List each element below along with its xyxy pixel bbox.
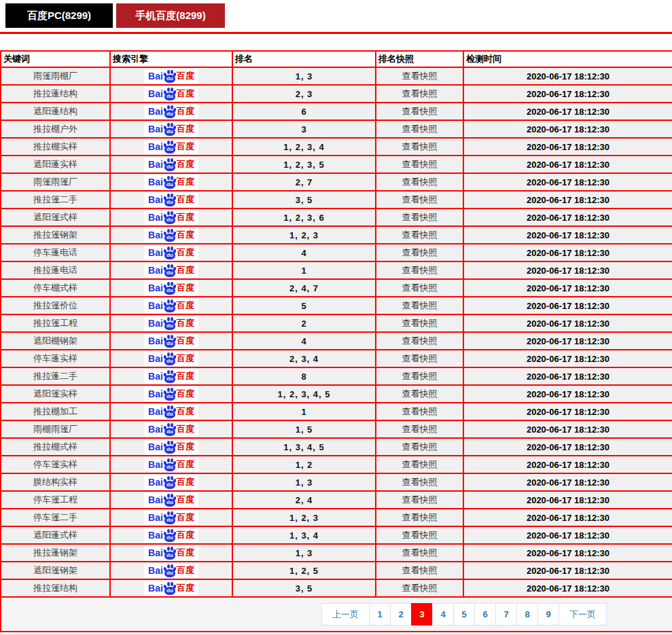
baidu-logo[interactable]: Bai du 百度 [144,581,198,596]
baidu-logo[interactable]: Bai du 百度 [144,140,198,154]
baidu-logo[interactable]: Bai du 百度 [144,493,198,507]
pagination-page-9[interactable]: 9 [537,603,559,625]
view-snapshot-link[interactable]: 查看快照 [402,194,438,204]
baidu-logo[interactable]: Bai du 百度 [144,405,198,419]
baidu-logo-cn-text: 百度 [177,141,194,153]
baidu-logo[interactable]: Bai du 百度 [144,564,198,578]
baidu-logo[interactable]: Bai du 百度 [144,334,198,348]
baidu-logo[interactable]: Bai du 百度 [144,175,198,189]
baidu-logo-cn-text: 百度 [177,247,194,259]
view-snapshot-link[interactable]: 查看快照 [402,477,438,487]
pagination-page-7[interactable]: 7 [495,603,517,625]
baidu-logo[interactable]: Bai du 百度 [144,475,198,490]
check-time-cell: 2020-06-17 18:12:30 [463,562,672,579]
check-time-cell: 2020-06-17 18:12:30 [463,138,672,156]
pagination-page-8[interactable]: 8 [516,603,538,625]
baidu-logo[interactable]: Bai du 百度 [144,511,198,525]
col-header-snapshot: 排名快照 [376,51,463,67]
view-snapshot-link[interactable]: 查看快照 [402,406,438,416]
baidu-paw-icon: du [164,282,176,295]
baidu-logo[interactable]: Bai du 百度 [144,422,198,437]
view-snapshot-link[interactable]: 查看快照 [402,353,438,363]
view-snapshot-link[interactable]: 查看快照 [402,300,438,310]
baidu-logo[interactable]: Bai du 百度 [144,122,198,137]
baidu-logo-bai-text: Bai [148,212,163,223]
engine-cell: Bai du 百度 [110,526,232,544]
baidu-logo[interactable]: Bai du 百度 [144,546,198,560]
baidu-logo[interactable]: Bai du 百度 [144,69,198,84]
view-snapshot-link[interactable]: 查看快照 [402,212,438,222]
check-time-cell: 2020-06-17 18:12:30 [463,491,672,509]
tab-baidu-mobile[interactable]: 手机百度(8299) [116,3,225,28]
view-snapshot-link[interactable]: 查看快照 [402,583,438,593]
view-snapshot-link[interactable]: 查看快照 [402,547,438,558]
engine-cell: Bai du 百度 [110,120,232,138]
pagination-page-3-active[interactable]: 3 [411,603,433,625]
view-snapshot-link[interactable]: 查看快照 [402,530,438,540]
pagination-next-button[interactable]: 下一页 [559,603,607,625]
ranking-cell: 1, 2, 3 [232,226,376,244]
view-snapshot-link[interactable]: 查看快照 [402,71,438,81]
pagination-page-1[interactable]: 1 [369,603,391,625]
baidu-logo[interactable]: Bai du 百度 [144,228,198,242]
pagination-page-6[interactable]: 6 [474,603,496,625]
view-snapshot-link[interactable]: 查看快照 [402,335,438,346]
snapshot-cell: 查看快照 [376,420,463,438]
baidu-logo[interactable]: Bai du 百度 [144,87,198,101]
baidu-logo[interactable]: Bai du 百度 [144,352,198,366]
snapshot-cell: 查看快照 [376,120,463,138]
baidu-logo-cn-text: 百度 [177,441,194,453]
view-snapshot-link[interactable]: 查看快照 [402,459,438,469]
engine-cell: Bai du 百度 [110,208,232,226]
engine-cell: Bai du 百度 [110,279,232,297]
view-snapshot-link[interactable]: 查看快照 [402,565,438,575]
baidu-logo[interactable]: Bai du 百度 [144,458,198,472]
view-snapshot-link[interactable]: 查看快照 [402,106,438,116]
pagination-page-4[interactable]: 4 [432,603,454,625]
view-snapshot-link[interactable]: 查看快照 [402,371,438,381]
baidu-logo[interactable]: Bai du 百度 [144,316,198,331]
view-snapshot-link[interactable]: 查看快照 [402,318,438,328]
baidu-logo-du-text: du [164,199,176,206]
view-snapshot-link[interactable]: 查看快照 [402,141,438,151]
baidu-logo[interactable]: Bai du 百度 [144,387,198,401]
snapshot-cell: 查看快照 [376,385,463,403]
check-time-cell: 2020-06-17 18:12:30 [463,544,672,562]
baidu-logo-bai-text: Bai [148,477,163,488]
view-snapshot-link[interactable]: 查看快照 [402,177,438,187]
view-snapshot-link[interactable]: 查看快照 [402,230,438,240]
view-snapshot-link[interactable]: 查看快照 [402,494,438,505]
ranking-cell: 2 [232,314,376,332]
view-snapshot-link[interactable]: 查看快照 [402,512,438,522]
baidu-logo[interactable]: Bai du 百度 [144,369,198,384]
pagination-prev-button[interactable]: 上一页 [321,603,370,625]
view-snapshot-link[interactable]: 查看快照 [402,424,438,434]
view-snapshot-link[interactable]: 查看快照 [402,388,438,399]
baidu-logo[interactable]: Bai du 百度 [144,246,198,260]
tab-baidu-pc[interactable]: 百度PC(8299) [5,3,113,28]
baidu-logo[interactable]: Bai du 百度 [144,281,198,295]
pagination-page-2[interactable]: 2 [390,603,412,625]
check-time-cell: 2020-06-17 18:12:30 [463,367,672,385]
baidu-logo[interactable]: Bai du 百度 [144,193,198,207]
view-snapshot-link[interactable]: 查看快照 [402,283,438,293]
baidu-logo-bai-text: Bai [148,141,163,152]
view-snapshot-link[interactable]: 查看快照 [402,88,438,98]
pagination-page-5[interactable]: 5 [453,603,475,625]
engine-cell: Bai du 百度 [110,579,232,597]
baidu-logo-cn-text: 百度 [177,300,194,312]
view-snapshot-link[interactable]: 查看快照 [402,124,438,134]
view-snapshot-link[interactable]: 查看快照 [402,159,438,169]
baidu-logo[interactable]: Bai du 百度 [144,264,198,278]
snapshot-cell: 查看快照 [376,156,463,173]
baidu-paw-icon: du [164,123,176,136]
baidu-logo[interactable]: Bai du 百度 [144,440,198,454]
view-snapshot-link[interactable]: 查看快照 [402,265,438,275]
baidu-logo[interactable]: Bai du 百度 [144,211,198,225]
baidu-logo[interactable]: Bai du 百度 [144,105,198,119]
baidu-logo[interactable]: Bai du 百度 [144,528,198,543]
view-snapshot-link[interactable]: 查看快照 [402,247,438,257]
baidu-logo[interactable]: Bai du 百度 [144,299,198,313]
view-snapshot-link[interactable]: 查看快照 [402,441,438,452]
baidu-logo[interactable]: Bai du 百度 [144,158,198,172]
